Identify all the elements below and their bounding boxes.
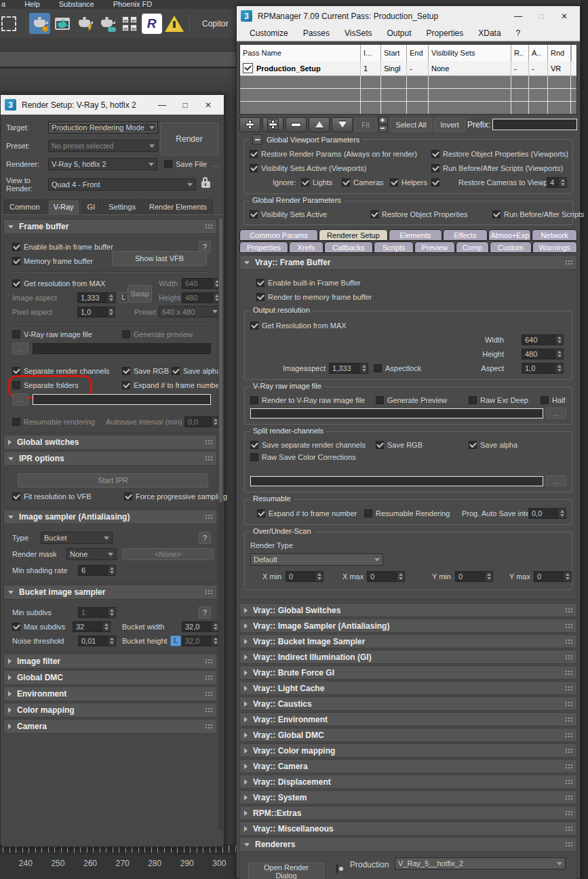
scrollbar[interactable] [218, 216, 223, 830]
spinner-icon[interactable] [359, 364, 368, 373]
max-subdivs-field[interactable]: 32 [73, 621, 111, 632]
drag-grip-icon[interactable] [565, 623, 572, 629]
lock-bucket-toggle[interactable]: L [170, 636, 181, 646]
drag-grip-icon[interactable] [205, 589, 212, 595]
min-shading-rate-field[interactable]: 6 [78, 565, 116, 576]
rollout-collapsed[interactable]: Environment [3, 686, 217, 701]
min-subdivs-field[interactable]: 1 [78, 607, 116, 618]
minimize-icon[interactable]: — [507, 12, 530, 21]
spinner-icon[interactable] [558, 178, 566, 187]
raw-color-corrections-checkbox[interactable]: Raw Save Color Corrections [250, 453, 356, 461]
collapse-icon[interactable] [252, 134, 262, 144]
drag-grip-icon[interactable] [565, 686, 572, 691]
rollout-collapsed[interactable]: Color mapping [3, 703, 217, 718]
rollout-bucket-sampler[interactable]: Bucket image sampler [3, 585, 217, 600]
pass-row[interactable]: Production_Setup 1 Singl - None - - VR [240, 61, 576, 76]
spinner-icon[interactable] [557, 509, 566, 518]
save-alpha-checkbox[interactable]: Save alpha [172, 367, 220, 375]
render-type-dropdown[interactable]: Default [250, 553, 383, 566]
pixel-aspect-field[interactable]: 1,0 [77, 307, 115, 317]
render-setup-icon[interactable] [29, 13, 50, 34]
fit-button[interactable]: Fit [355, 118, 376, 132]
view-to-render-dropdown[interactable]: Quad 4 - Front [48, 178, 196, 191]
drag-grip-icon[interactable] [205, 707, 212, 713]
drag-grip-icon[interactable] [205, 440, 212, 445]
restore-object-properties-checkbox[interactable]: Restore Object Properties [370, 210, 468, 218]
rpm-tab[interactable]: Scripts [374, 241, 414, 253]
memory-framebuffer-checkbox[interactable]: Memory frame buffer [12, 257, 93, 265]
width-field[interactable]: 640 [182, 278, 221, 289]
renderer-plugin-icon[interactable]: R [141, 13, 162, 34]
quick-render-icon[interactable] [74, 13, 95, 34]
aspectlock-checkbox[interactable]: Aspectlock [374, 364, 421, 372]
renderer-dropdown[interactable]: V-Ray 5, hotfix 2 [48, 158, 157, 170]
close-icon[interactable]: ✕ [553, 12, 576, 21]
rpm-tab[interactable]: Renderer Setup [319, 229, 388, 241]
selection-region-icon[interactable] [0, 13, 21, 34]
mask-object-button[interactable]: <None> [122, 548, 214, 560]
drag-grip-icon[interactable] [565, 701, 572, 707]
rpm-tab[interactable]: Properties [239, 241, 288, 253]
invert-button[interactable]: Invert [434, 118, 465, 132]
raw-file-path-input[interactable] [250, 408, 543, 418]
rpm-menu-item[interactable]: Output [380, 28, 419, 38]
restore-cameras-checkbox[interactable] [431, 178, 443, 187]
vray-raw-file-checkbox[interactable]: V-Ray raw image file [12, 330, 92, 338]
rollout-collapsed[interactable]: Vray:: Color mapping [239, 743, 577, 758]
separate-channels-checkbox[interactable]: Separate render channels [12, 367, 110, 375]
rpm-tab[interactable]: Preview [414, 241, 454, 253]
channels-path-input[interactable] [33, 394, 211, 405]
swap-button[interactable]: Swap [128, 285, 152, 302]
rollout-vray-frame-buffer[interactable]: Vray:: Frame Buffer [239, 255, 577, 270]
pass-enabled-checkbox[interactable] [243, 63, 253, 73]
rollout-collapsed[interactable]: Vray:: Environment [239, 712, 577, 726]
resumable-rendering-checkbox[interactable]: Resumable rendering [12, 418, 95, 426]
rpm-tab[interactable]: Xrefs [289, 241, 324, 253]
rendered-frame-window-icon[interactable] [52, 13, 73, 34]
width-field[interactable]: 640 [522, 334, 564, 345]
rpm-tab[interactable]: Elements [389, 229, 442, 241]
rollout-collapsed[interactable]: Global switches [3, 435, 217, 450]
cloud-render-icon[interactable] [96, 13, 117, 34]
raw-file-browse-button[interactable]: ... [12, 343, 28, 355]
render-setup-tab[interactable]: Common [3, 199, 46, 214]
spinner-icon[interactable] [484, 572, 492, 581]
get-resolution-checkbox[interactable]: Get resolution from MAX [12, 279, 105, 288]
drag-grip-icon[interactable] [205, 659, 212, 664]
raw-exr-deep-checkbox[interactable]: Raw Exr Deep [469, 396, 528, 404]
drag-grip-icon[interactable] [565, 779, 572, 785]
rpm-tab[interactable]: Callbacks [324, 241, 373, 253]
drag-grip-icon[interactable] [565, 826, 572, 832]
bucket-height-field[interactable]: 32,0 [182, 636, 220, 646]
height-field[interactable]: 480 [522, 349, 564, 359]
start-ipr-button[interactable]: Start IPR [18, 473, 208, 488]
restore-render-params-checkbox[interactable]: Restore Render Params (Always on for ren… [250, 150, 417, 158]
help-button[interactable]: ? [199, 606, 211, 619]
rpm-menu-item[interactable]: Properties [419, 28, 471, 38]
rollout-collapsed[interactable]: Camera [3, 719, 217, 734]
resolution-preset-dropdown[interactable]: 640 x 480 [159, 306, 221, 317]
drag-grip-icon[interactable] [205, 224, 212, 229]
rollout-collapsed[interactable]: Vray:: Indirect Illumination (GI) [239, 650, 577, 664]
rollout-renderers[interactable]: Renderers [239, 837, 577, 852]
spinner-icon[interactable] [107, 636, 115, 646]
max-subdivs-checkbox[interactable]: Max subdivs [12, 623, 73, 631]
render-setup-tab[interactable]: Render Elements [143, 199, 213, 214]
spinner-icon[interactable] [106, 293, 115, 302]
add-pass-button[interactable] [239, 117, 260, 132]
rollout-collapsed[interactable]: Vray:: Displacement [239, 775, 577, 789]
move-up-button[interactable] [309, 117, 330, 132]
channels-path-browse-button[interactable]: ... [12, 393, 28, 406]
drag-grip-icon[interactable] [205, 724, 212, 729]
show-last-vfb-button[interactable]: Show last VFB [112, 251, 207, 266]
rpm-tab[interactable]: Common Params [239, 229, 318, 241]
drag-grip-icon[interactable] [565, 670, 572, 676]
run-scripts-viewports-checkbox[interactable]: Run Before/After Scripts (Viewports) [431, 164, 563, 172]
warning-icon[interactable] [163, 13, 184, 34]
autosave-interval-field[interactable]: 0,0 [528, 508, 566, 519]
rpm-tab[interactable]: Warnings [532, 241, 577, 253]
fit-resolution-vfb-checkbox[interactable]: Fit resolution to VFB [12, 492, 92, 501]
rpm-menu-item[interactable]: XData [471, 28, 508, 38]
column-header[interactable]: Rnd [548, 45, 571, 61]
rpm-tab[interactable]: Effects [443, 229, 488, 241]
